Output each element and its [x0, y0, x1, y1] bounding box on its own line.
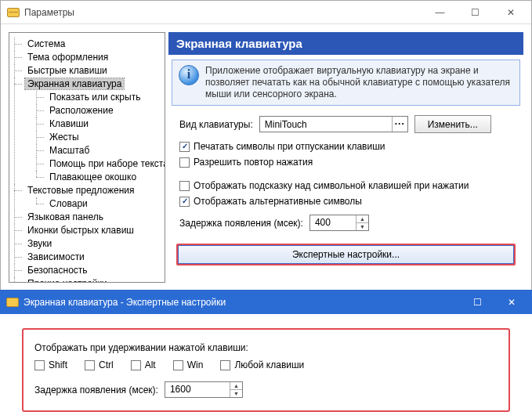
child-close-button[interactable]: ✕	[494, 291, 529, 313]
checkbox-icon[interactable]	[85, 360, 95, 370]
arrow-down-icon[interactable]: ▼	[230, 390, 242, 397]
content-area: Система Тема оформления Быстрые клавиши …	[1, 24, 531, 291]
checkbox-icon[interactable]	[179, 181, 190, 191]
keyboard-layout-value: MiniTouch	[260, 119, 392, 130]
tree-item-text-suggestions[interactable]: Текстовые предложения Словари	[14, 184, 165, 211]
tree-item[interactable]: Иконки быстрых клавиш	[14, 224, 165, 237]
tree-item[interactable]: Показать или скрыть	[36, 91, 165, 104]
arrow-down-icon[interactable]: ▼	[356, 223, 368, 230]
checkbox-mod-alt[interactable]: Alt	[131, 359, 156, 370]
tree-item[interactable]: Плавающее окошко	[36, 171, 165, 184]
child-titlebar: Экранная клавиатура - Экспертные настрой…	[0, 291, 532, 314]
expert-options-highlight: Отображать при удерживании нажатой клави…	[22, 328, 510, 412]
checkbox-type-on-release[interactable]: Печатать символы при отпускании клавиши	[179, 141, 512, 152]
keyboard-layout-label: Вид клавиатуры:	[179, 119, 253, 130]
tree-item[interactable]: Звуки	[14, 237, 165, 251]
tree-item[interactable]: Жесты	[36, 131, 165, 144]
tree-item[interactable]: Масштаб	[36, 144, 165, 157]
tree-item[interactable]: Клавиши	[36, 117, 165, 131]
checkbox-mod-win[interactable]: Win	[173, 359, 204, 370]
tree-item[interactable]: Зависимости	[14, 251, 165, 264]
checkbox-mod-shift[interactable]: Shift	[34, 359, 67, 370]
tree-item[interactable]: Тема оформления	[14, 51, 165, 64]
info-icon	[179, 65, 199, 85]
checkbox-mod-any[interactable]: Любой клавиши	[220, 359, 304, 370]
titlebar: Параметры — ☐ ✕	[1, 1, 531, 24]
tree-item[interactable]: Языковая панель	[14, 211, 165, 224]
checkbox-mod-ctrl[interactable]: Ctrl	[85, 359, 114, 370]
checkbox-allow-repeat[interactable]: Разрешить повтор нажатия	[179, 157, 512, 168]
tree-item[interactable]: Быстрые клавиши	[14, 64, 165, 78]
tree-item[interactable]: Безопасность	[14, 264, 165, 277]
ellipsis-icon[interactable]: ···	[392, 117, 407, 132]
expert-settings-button[interactable]: Экспертные настройки...	[178, 245, 514, 264]
tree-item[interactable]: Словари	[36, 197, 165, 211]
tree-item-onscreen-keyboard[interactable]: Экранная клавиатура Показать или скрыть …	[14, 78, 165, 184]
arrow-up-icon[interactable]: ▲	[356, 215, 368, 223]
child-window-title: Экранная клавиатура - Экспертные настрой…	[24, 297, 460, 308]
app-icon	[7, 8, 20, 17]
child-delay-spinbox[interactable]: 1600 ▲ ▼	[165, 381, 243, 398]
checkbox-show-alt-symbols[interactable]: Отображать альтернативные символы	[179, 196, 512, 207]
checkbox-icon[interactable]	[34, 360, 45, 370]
expert-settings-window: Экранная клавиатура - Экспертные настрой…	[0, 290, 532, 419]
delay-label: Задержка появления (мсек):	[179, 218, 303, 229]
checkbox-show-hint[interactable]: Отображать подсказку над символьной клав…	[179, 180, 512, 191]
tree-item[interactable]: Помощь при наборе текста	[36, 157, 165, 171]
info-text: Приложение отображает виртуальную клавиа…	[205, 65, 513, 100]
tree-item[interactable]: Прочие настройки	[14, 277, 165, 283]
checkbox-icon[interactable]	[131, 360, 141, 370]
child-maximize-button[interactable]: ☐	[460, 291, 494, 313]
window-title: Параметры	[24, 7, 422, 18]
minimize-button[interactable]: —	[422, 2, 458, 23]
keyboard-layout-picker[interactable]: MiniTouch ···	[259, 116, 408, 132]
expert-button-highlight: Экспертные настройки...	[175, 242, 517, 267]
spin-arrows[interactable]: ▲ ▼	[356, 215, 368, 230]
change-button[interactable]: Изменить...	[414, 115, 491, 133]
maximize-button[interactable]: ☐	[458, 2, 493, 23]
tree-item[interactable]: Расположение	[36, 104, 165, 117]
app-icon	[6, 298, 19, 307]
child-delay-value[interactable]: 1600	[165, 382, 230, 397]
tree-item[interactable]: Система	[14, 38, 165, 51]
checkbox-icon[interactable]	[173, 360, 183, 370]
arrow-up-icon[interactable]: ▲	[230, 382, 242, 390]
settings-window: Параметры — ☐ ✕ Система Тема оформления …	[0, 0, 532, 291]
close-button[interactable]: ✕	[493, 2, 528, 23]
child-delay-label: Задержка появления (мсек):	[34, 385, 158, 396]
checkbox-icon[interactable]	[179, 197, 190, 207]
show-on-hold-heading: Отображать при удерживании нажатой клави…	[34, 342, 498, 353]
delay-value[interactable]: 400	[310, 215, 356, 230]
spin-arrows[interactable]: ▲ ▼	[230, 382, 242, 397]
detail-panel: Экранная клавиатура Приложение отображае…	[168, 32, 523, 283]
panel-title: Экранная клавиатура	[168, 32, 523, 55]
delay-spinbox[interactable]: 400 ▲ ▼	[309, 215, 369, 231]
checkbox-icon[interactable]	[220, 360, 230, 370]
checkbox-icon[interactable]	[179, 157, 190, 168]
info-box: Приложение отображает виртуальную клавиа…	[172, 60, 520, 106]
checkbox-icon[interactable]	[179, 142, 190, 152]
settings-tree[interactable]: Система Тема оформления Быстрые клавиши …	[9, 32, 165, 283]
